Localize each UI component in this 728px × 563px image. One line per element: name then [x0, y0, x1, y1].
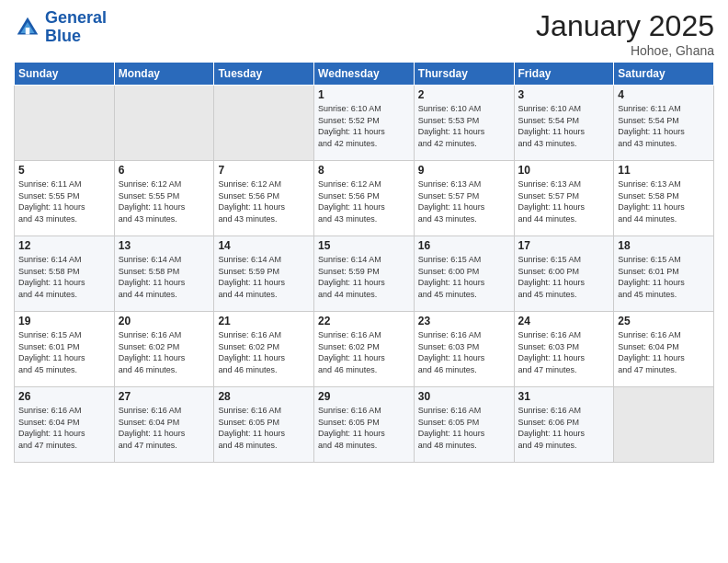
day-number: 16: [418, 239, 510, 252]
table-row: 20Sunrise: 6:16 AM Sunset: 6:02 PM Dayli…: [114, 312, 214, 387]
table-row: 28Sunrise: 6:16 AM Sunset: 6:05 PM Dayli…: [214, 387, 314, 463]
day-info: Sunrise: 6:15 AM Sunset: 6:01 PM Dayligh…: [618, 254, 710, 300]
table-row: 30Sunrise: 6:16 AM Sunset: 6:05 PM Dayli…: [414, 387, 514, 463]
day-number: 26: [18, 390, 110, 403]
day-number: 5: [18, 164, 110, 177]
table-row: 22Sunrise: 6:16 AM Sunset: 6:02 PM Dayli…: [314, 312, 415, 387]
table-row: 29Sunrise: 6:16 AM Sunset: 6:05 PM Dayli…: [314, 387, 415, 463]
day-number: 30: [418, 390, 510, 403]
table-row: 16Sunrise: 6:15 AM Sunset: 6:00 PM Dayli…: [414, 236, 514, 312]
table-row: 26Sunrise: 6:16 AM Sunset: 6:04 PM Dayli…: [15, 387, 115, 463]
table-row: 2Sunrise: 6:10 AM Sunset: 5:53 PM Daylig…: [414, 86, 514, 161]
svg-rect-2: [26, 28, 30, 35]
day-info: Sunrise: 6:16 AM Sunset: 6:04 PM Dayligh…: [618, 329, 710, 375]
day-info: Sunrise: 6:13 AM Sunset: 5:57 PM Dayligh…: [418, 178, 510, 224]
day-number: 7: [218, 164, 310, 177]
table-row: 9Sunrise: 6:13 AM Sunset: 5:57 PM Daylig…: [414, 161, 514, 236]
day-info: Sunrise: 6:12 AM Sunset: 5:55 PM Dayligh…: [119, 178, 210, 224]
day-number: 21: [218, 315, 310, 327]
day-number: 31: [518, 390, 610, 403]
day-info: Sunrise: 6:10 AM Sunset: 5:53 PM Dayligh…: [418, 103, 510, 149]
day-number: 20: [119, 315, 210, 327]
day-info: Sunrise: 6:16 AM Sunset: 6:04 PM Dayligh…: [119, 405, 210, 451]
day-info: Sunrise: 6:12 AM Sunset: 5:56 PM Dayligh…: [318, 178, 410, 224]
day-info: Sunrise: 6:13 AM Sunset: 5:57 PM Dayligh…: [518, 178, 610, 224]
day-number: 17: [518, 239, 610, 252]
table-row: 25Sunrise: 6:16 AM Sunset: 6:04 PM Dayli…: [614, 312, 714, 387]
day-number: 1: [318, 88, 410, 101]
header: General Blue January 2025 Hohoe, Ghana: [14, 9, 714, 58]
day-number: 11: [618, 164, 710, 177]
table-row: 13Sunrise: 6:14 AM Sunset: 5:58 PM Dayli…: [114, 236, 214, 312]
day-number: 3: [518, 88, 610, 101]
day-info: Sunrise: 6:14 AM Sunset: 5:59 PM Dayligh…: [318, 254, 410, 300]
day-info: Sunrise: 6:16 AM Sunset: 6:05 PM Dayligh…: [318, 405, 410, 451]
day-number: 9: [418, 164, 510, 177]
day-info: Sunrise: 6:15 AM Sunset: 6:00 PM Dayligh…: [518, 254, 610, 300]
table-row: 6Sunrise: 6:12 AM Sunset: 5:55 PM Daylig…: [114, 161, 214, 236]
table-row: 5Sunrise: 6:11 AM Sunset: 5:55 PM Daylig…: [15, 161, 115, 236]
day-number: 13: [119, 239, 210, 252]
day-number: 10: [518, 164, 610, 177]
table-row: 17Sunrise: 6:15 AM Sunset: 6:00 PM Dayli…: [514, 236, 614, 312]
location: Hohoe, Ghana: [536, 43, 714, 58]
day-info: Sunrise: 6:16 AM Sunset: 6:05 PM Dayligh…: [418, 405, 510, 451]
day-number: 2: [418, 88, 510, 101]
day-info: Sunrise: 6:15 AM Sunset: 6:01 PM Dayligh…: [18, 329, 110, 375]
header-thursday: Thursday: [414, 63, 514, 86]
table-row: 27Sunrise: 6:16 AM Sunset: 6:04 PM Dayli…: [114, 387, 214, 463]
table-row: 14Sunrise: 6:14 AM Sunset: 5:59 PM Dayli…: [214, 236, 314, 312]
table-row: 11Sunrise: 6:13 AM Sunset: 5:58 PM Dayli…: [614, 161, 714, 236]
day-info: Sunrise: 6:16 AM Sunset: 6:02 PM Dayligh…: [119, 329, 210, 375]
header-sunday: Sunday: [15, 63, 115, 86]
table-row: 10Sunrise: 6:13 AM Sunset: 5:57 PM Dayli…: [514, 161, 614, 236]
day-info: Sunrise: 6:16 AM Sunset: 6:03 PM Dayligh…: [518, 329, 610, 375]
table-row: 7Sunrise: 6:12 AM Sunset: 5:56 PM Daylig…: [214, 161, 314, 236]
day-info: Sunrise: 6:14 AM Sunset: 5:58 PM Dayligh…: [119, 254, 210, 300]
day-info: Sunrise: 6:16 AM Sunset: 6:04 PM Dayligh…: [18, 405, 110, 451]
logo: General Blue: [14, 9, 107, 46]
header-wednesday: Wednesday: [314, 63, 415, 86]
day-number: 27: [119, 390, 210, 403]
day-info: Sunrise: 6:16 AM Sunset: 6:06 PM Dayligh…: [518, 405, 610, 451]
table-row: [15, 86, 115, 161]
day-info: Sunrise: 6:14 AM Sunset: 5:58 PM Dayligh…: [18, 254, 110, 300]
day-info: Sunrise: 6:16 AM Sunset: 6:03 PM Dayligh…: [418, 329, 510, 375]
table-row: 21Sunrise: 6:16 AM Sunset: 6:02 PM Dayli…: [214, 312, 314, 387]
table-row: 4Sunrise: 6:11 AM Sunset: 5:54 PM Daylig…: [614, 86, 714, 161]
day-number: 25: [618, 315, 710, 327]
table-row: 1Sunrise: 6:10 AM Sunset: 5:52 PM Daylig…: [314, 86, 415, 161]
table-row: 23Sunrise: 6:16 AM Sunset: 6:03 PM Dayli…: [414, 312, 514, 387]
day-number: 28: [218, 390, 310, 403]
day-info: Sunrise: 6:10 AM Sunset: 5:52 PM Dayligh…: [318, 103, 410, 149]
day-number: 22: [318, 315, 410, 327]
day-number: 4: [618, 88, 710, 101]
day-info: Sunrise: 6:15 AM Sunset: 6:00 PM Dayligh…: [418, 254, 510, 300]
day-info: Sunrise: 6:16 AM Sunset: 6:02 PM Dayligh…: [218, 329, 310, 375]
table-row: 12Sunrise: 6:14 AM Sunset: 5:58 PM Dayli…: [15, 236, 115, 312]
header-friday: Friday: [514, 63, 614, 86]
day-number: 14: [218, 239, 310, 252]
table-row: 18Sunrise: 6:15 AM Sunset: 6:01 PM Dayli…: [614, 236, 714, 312]
table-row: [114, 86, 214, 161]
day-info: Sunrise: 6:11 AM Sunset: 5:55 PM Dayligh…: [18, 178, 110, 224]
header-monday: Monday: [114, 63, 214, 86]
day-number: 12: [18, 239, 110, 252]
day-info: Sunrise: 6:13 AM Sunset: 5:58 PM Dayligh…: [618, 178, 710, 224]
day-info: Sunrise: 6:16 AM Sunset: 6:05 PM Dayligh…: [218, 405, 310, 451]
table-row: 8Sunrise: 6:12 AM Sunset: 5:56 PM Daylig…: [314, 161, 415, 236]
day-number: 24: [518, 315, 610, 327]
day-number: 8: [318, 164, 410, 177]
calendar-body: 1Sunrise: 6:10 AM Sunset: 5:52 PM Daylig…: [15, 86, 714, 463]
table-row: [614, 387, 714, 463]
header-saturday: Saturday: [614, 63, 714, 86]
day-info: Sunrise: 6:11 AM Sunset: 5:54 PM Dayligh…: [618, 103, 710, 149]
day-number: 23: [418, 315, 510, 327]
table-row: 31Sunrise: 6:16 AM Sunset: 6:06 PM Dayli…: [514, 387, 614, 463]
day-info: Sunrise: 6:14 AM Sunset: 5:59 PM Dayligh…: [218, 254, 310, 300]
day-info: Sunrise: 6:12 AM Sunset: 5:56 PM Dayligh…: [218, 178, 310, 224]
table-row: 24Sunrise: 6:16 AM Sunset: 6:03 PM Dayli…: [514, 312, 614, 387]
calendar-container: General Blue January 2025 Hohoe, Ghana S…: [0, 0, 728, 472]
day-number: 6: [119, 164, 210, 177]
logo-text: General Blue: [45, 9, 107, 46]
